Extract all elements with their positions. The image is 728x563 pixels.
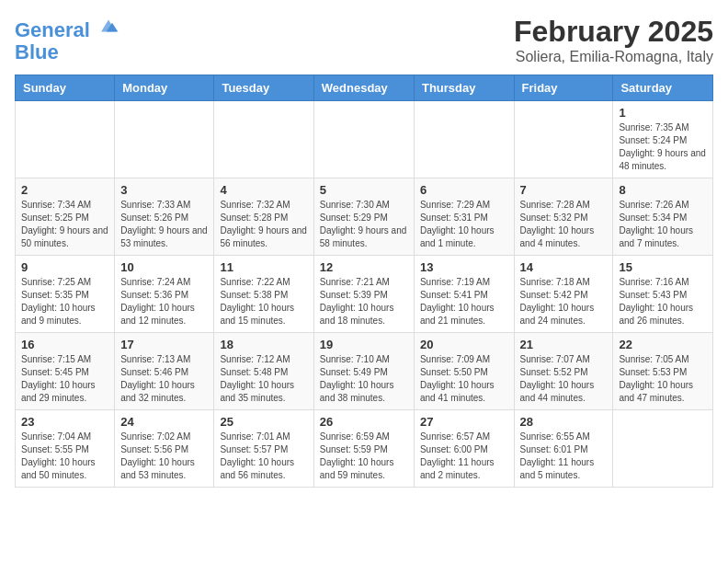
calendar-cell: 28Sunrise: 6:55 AM Sunset: 6:01 PM Dayli… — [514, 410, 613, 488]
calendar-week-row: 9Sunrise: 7:25 AM Sunset: 5:35 PM Daylig… — [16, 256, 713, 333]
location-title: Soliera, Emilia-Romagna, Italy — [514, 49, 713, 65]
logo: General Blue — [15, 15, 119, 63]
title-block: February 2025 Soliera, Emilia-Romagna, I… — [514, 15, 713, 65]
day-number: 17 — [120, 338, 208, 351]
day-number: 1 — [619, 106, 707, 120]
day-info: Sunrise: 7:09 AM Sunset: 5:50 PM Dayligh… — [420, 353, 508, 405]
calendar-cell: 27Sunrise: 6:57 AM Sunset: 6:00 PM Dayli… — [414, 410, 514, 488]
calendar-table: SundayMondayTuesdayWednesdayThursdayFrid… — [15, 75, 713, 488]
day-info: Sunrise: 7:10 AM Sunset: 5:49 PM Dayligh… — [320, 353, 408, 405]
calendar-cell: 25Sunrise: 7:01 AM Sunset: 5:57 PM Dayli… — [214, 410, 313, 488]
logo-icon — [97, 15, 119, 37]
day-number: 11 — [220, 260, 307, 274]
calendar-cell: 15Sunrise: 7:16 AM Sunset: 5:43 PM Dayli… — [613, 256, 713, 333]
day-number: 8 — [619, 183, 707, 197]
weekday-header-cell: Monday — [115, 75, 214, 101]
calendar-week-row: 2Sunrise: 7:34 AM Sunset: 5:25 PM Daylig… — [16, 178, 713, 256]
weekday-header-cell: Sunday — [16, 75, 115, 101]
day-info: Sunrise: 7:21 AM Sunset: 5:39 PM Dayligh… — [320, 276, 408, 327]
day-info: Sunrise: 6:57 AM Sunset: 6:00 PM Dayligh… — [420, 431, 508, 482]
day-info: Sunrise: 7:19 AM Sunset: 5:41 PM Dayligh… — [420, 276, 508, 327]
day-number: 18 — [220, 338, 307, 351]
day-number: 5 — [320, 183, 408, 197]
day-info: Sunrise: 7:33 AM Sunset: 5:26 PM Dayligh… — [120, 199, 208, 250]
calendar-cell: 26Sunrise: 6:59 AM Sunset: 5:59 PM Dayli… — [313, 410, 414, 488]
day-info: Sunrise: 7:01 AM Sunset: 5:57 PM Dayligh… — [220, 431, 307, 482]
day-number: 3 — [120, 183, 208, 197]
day-number: 19 — [320, 338, 408, 351]
calendar-cell — [115, 101, 214, 178]
logo-text: General — [15, 15, 119, 41]
day-number: 10 — [120, 260, 208, 274]
day-number: 20 — [420, 338, 508, 351]
weekday-header-cell: Friday — [514, 75, 613, 101]
day-number: 23 — [21, 415, 108, 429]
day-number: 12 — [320, 260, 408, 274]
calendar-cell — [313, 101, 414, 178]
day-info: Sunrise: 7:28 AM Sunset: 5:32 PM Dayligh… — [520, 199, 608, 250]
day-number: 24 — [120, 415, 208, 429]
day-number: 2 — [21, 183, 108, 197]
calendar-cell: 1Sunrise: 7:35 AM Sunset: 5:24 PM Daylig… — [613, 101, 713, 178]
day-number: 26 — [320, 415, 408, 429]
day-number: 13 — [420, 260, 508, 274]
day-info: Sunrise: 7:12 AM Sunset: 5:48 PM Dayligh… — [220, 353, 307, 405]
logo-subtext: Blue — [15, 41, 119, 63]
calendar-week-row: 16Sunrise: 7:15 AM Sunset: 5:45 PM Dayli… — [16, 333, 713, 410]
calendar-cell: 10Sunrise: 7:24 AM Sunset: 5:36 PM Dayli… — [115, 256, 214, 333]
day-info: Sunrise: 7:32 AM Sunset: 5:28 PM Dayligh… — [220, 199, 307, 250]
weekday-header-row: SundayMondayTuesdayWednesdayThursdayFrid… — [16, 75, 713, 101]
calendar-cell: 3Sunrise: 7:33 AM Sunset: 5:26 PM Daylig… — [115, 178, 214, 256]
day-info: Sunrise: 7:07 AM Sunset: 5:52 PM Dayligh… — [520, 353, 608, 405]
calendar-cell: 8Sunrise: 7:26 AM Sunset: 5:34 PM Daylig… — [613, 178, 713, 256]
calendar-cell: 14Sunrise: 7:18 AM Sunset: 5:42 PM Dayli… — [514, 256, 613, 333]
day-number: 4 — [220, 183, 307, 197]
calendar-cell: 19Sunrise: 7:10 AM Sunset: 5:49 PM Dayli… — [313, 333, 414, 410]
day-info: Sunrise: 7:30 AM Sunset: 5:29 PM Dayligh… — [320, 199, 408, 250]
day-info: Sunrise: 7:18 AM Sunset: 5:42 PM Dayligh… — [520, 276, 608, 327]
day-info: Sunrise: 7:04 AM Sunset: 5:55 PM Dayligh… — [21, 431, 108, 482]
calendar-cell: 18Sunrise: 7:12 AM Sunset: 5:48 PM Dayli… — [214, 333, 313, 410]
day-info: Sunrise: 7:35 AM Sunset: 5:24 PM Dayligh… — [619, 121, 707, 173]
day-number: 22 — [619, 338, 707, 351]
day-info: Sunrise: 7:34 AM Sunset: 5:25 PM Dayligh… — [21, 199, 108, 250]
day-number: 16 — [21, 338, 108, 351]
calendar-cell: 24Sunrise: 7:02 AM Sunset: 5:56 PM Dayli… — [115, 410, 214, 488]
calendar-body: 1Sunrise: 7:35 AM Sunset: 5:24 PM Daylig… — [16, 101, 713, 488]
calendar-cell — [414, 101, 514, 178]
weekday-header-cell: Tuesday — [214, 75, 313, 101]
calendar-cell: 20Sunrise: 7:09 AM Sunset: 5:50 PM Dayli… — [414, 333, 514, 410]
calendar-cell: 13Sunrise: 7:19 AM Sunset: 5:41 PM Dayli… — [414, 256, 514, 333]
calendar-cell: 16Sunrise: 7:15 AM Sunset: 5:45 PM Dayli… — [16, 333, 115, 410]
day-number: 15 — [619, 260, 707, 274]
day-number: 21 — [520, 338, 608, 351]
day-number: 27 — [420, 415, 508, 429]
day-info: Sunrise: 7:26 AM Sunset: 5:34 PM Dayligh… — [619, 199, 707, 250]
calendar-cell — [214, 101, 313, 178]
calendar-cell: 23Sunrise: 7:04 AM Sunset: 5:55 PM Dayli… — [16, 410, 115, 488]
calendar-cell: 17Sunrise: 7:13 AM Sunset: 5:46 PM Dayli… — [115, 333, 214, 410]
day-number: 6 — [420, 183, 508, 197]
calendar-cell: 9Sunrise: 7:25 AM Sunset: 5:35 PM Daylig… — [16, 256, 115, 333]
weekday-header-cell: Wednesday — [313, 75, 414, 101]
calendar-cell: 22Sunrise: 7:05 AM Sunset: 5:53 PM Dayli… — [613, 333, 713, 410]
calendar-cell — [16, 101, 115, 178]
calendar-cell: 2Sunrise: 7:34 AM Sunset: 5:25 PM Daylig… — [16, 178, 115, 256]
day-info: Sunrise: 7:22 AM Sunset: 5:38 PM Dayligh… — [220, 276, 307, 327]
day-number: 14 — [520, 260, 608, 274]
calendar-week-row: 1Sunrise: 7:35 AM Sunset: 5:24 PM Daylig… — [16, 101, 713, 178]
day-number: 25 — [220, 415, 307, 429]
calendar-week-row: 23Sunrise: 7:04 AM Sunset: 5:55 PM Dayli… — [16, 410, 713, 488]
day-info: Sunrise: 7:15 AM Sunset: 5:45 PM Dayligh… — [21, 353, 108, 405]
calendar-cell: 7Sunrise: 7:28 AM Sunset: 5:32 PM Daylig… — [514, 178, 613, 256]
calendar-cell: 6Sunrise: 7:29 AM Sunset: 5:31 PM Daylig… — [414, 178, 514, 256]
calendar-cell — [613, 410, 713, 488]
month-title: February 2025 — [514, 15, 713, 49]
weekday-header-cell: Thursday — [414, 75, 514, 101]
page-header: General Blue February 2025 Soliera, Emil… — [15, 15, 713, 65]
day-info: Sunrise: 7:13 AM Sunset: 5:46 PM Dayligh… — [120, 353, 208, 405]
day-info: Sunrise: 7:02 AM Sunset: 5:56 PM Dayligh… — [120, 431, 208, 482]
day-info: Sunrise: 7:24 AM Sunset: 5:36 PM Dayligh… — [120, 276, 208, 327]
calendar-cell: 11Sunrise: 7:22 AM Sunset: 5:38 PM Dayli… — [214, 256, 313, 333]
day-info: Sunrise: 6:59 AM Sunset: 5:59 PM Dayligh… — [320, 431, 408, 482]
